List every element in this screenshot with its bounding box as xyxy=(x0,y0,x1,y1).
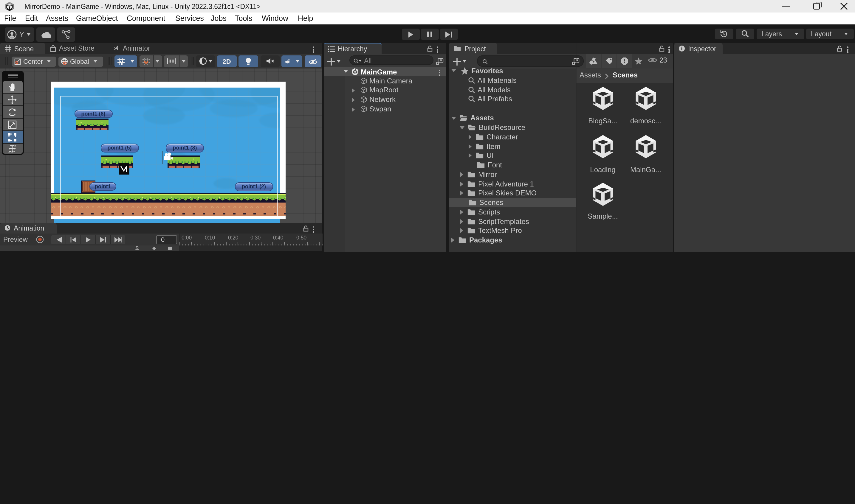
svg-text:Y: Y xyxy=(120,61,123,66)
